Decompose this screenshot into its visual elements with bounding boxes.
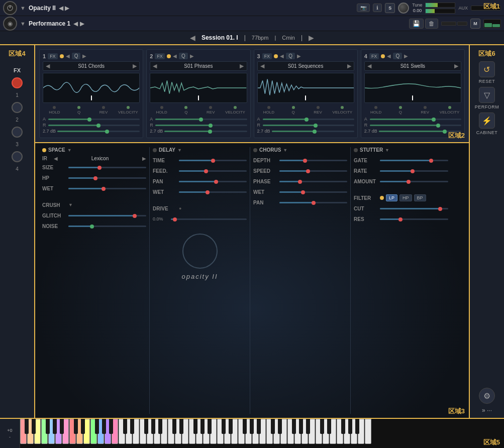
strip3-dot[interactable] (274, 54, 278, 58)
strip1-hold-dot[interactable] (53, 106, 56, 109)
ir-prev[interactable]: ◀ (54, 156, 58, 161)
cut-slider[interactable] (380, 208, 448, 209)
black-key[interactable] (172, 419, 176, 434)
strip3-fx[interactable]: FX (262, 53, 272, 59)
s-button[interactable]: S (385, 3, 395, 13)
strip1-next[interactable]: ▶ (82, 53, 86, 59)
strip1-vel-dot[interactable] (127, 106, 130, 109)
strip3-hold-dot[interactable] (267, 106, 270, 109)
delete-btn[interactable]: 🗑 (425, 19, 438, 29)
strip1-rev-dot[interactable] (102, 106, 105, 109)
wet-delay-slider[interactable] (179, 191, 247, 193)
save-btn[interactable]: 💾 (409, 19, 424, 29)
reset-icon[interactable]: ↺ (479, 61, 495, 77)
black-key[interactable] (74, 419, 78, 434)
black-key[interactable] (95, 419, 99, 434)
strip1-q-dot[interactable] (77, 106, 80, 109)
speed-slider[interactable] (279, 170, 347, 172)
strip2-dot[interactable] (167, 54, 171, 58)
strip2-hold-dot[interactable] (160, 106, 163, 109)
strip1-prev-patch[interactable]: ◀ (46, 63, 50, 69)
black-key[interactable] (151, 419, 155, 434)
strip3-next[interactable]: ▶ (297, 53, 301, 59)
strip1-patch-selector[interactable]: ◀ S01 Chords ▶ (43, 61, 140, 71)
black-key[interactable] (299, 419, 303, 434)
strip4-next[interactable]: ▶ (404, 53, 408, 59)
black-key[interactable] (109, 419, 113, 434)
stutter-dropdown-arrow[interactable]: ▼ (385, 148, 389, 153)
expand-arrows[interactable]: » ··· (482, 407, 492, 414)
strip3-a-track[interactable] (263, 119, 354, 120)
nav-arrows-perf[interactable]: ◀ ▶ (73, 20, 84, 27)
black-key[interactable] (46, 419, 50, 434)
depth-slider[interactable] (279, 160, 347, 161)
pan-chorus-slider[interactable] (279, 202, 347, 203)
fx-dot-2[interactable] (12, 102, 23, 113)
black-key[interactable] (32, 419, 36, 434)
black-key[interactable] (250, 419, 254, 434)
cabinet-icon[interactable]: ⚡ (479, 113, 495, 129)
strip1-prev[interactable]: ◀ (66, 53, 70, 59)
session-next[interactable]: ▶ (309, 34, 314, 42)
strip4-prev[interactable]: ◀ (387, 53, 391, 59)
black-key[interactable] (53, 419, 57, 434)
strip1-next-patch[interactable]: ▶ (133, 63, 137, 69)
lp-btn[interactable]: LP (386, 194, 397, 201)
black-key[interactable] (229, 419, 233, 434)
strip4-fx[interactable]: FX (369, 53, 379, 59)
drive-slider[interactable] (171, 218, 247, 220)
piano-keys[interactable] (20, 419, 504, 448)
strip4-hold-dot[interactable] (374, 106, 377, 109)
phase-slider[interactable] (279, 181, 347, 182)
wet-space-slider[interactable] (68, 188, 146, 189)
strip2-next[interactable]: ▶ (190, 53, 194, 59)
black-key[interactable] (208, 419, 212, 434)
black-key[interactable] (130, 419, 134, 434)
strip3-q[interactable]: Q (286, 53, 295, 59)
session-prev[interactable]: ◀ (190, 34, 195, 42)
black-key[interactable] (243, 419, 247, 434)
black-key[interactable] (102, 419, 106, 434)
strip4-q-dot[interactable] (399, 106, 402, 109)
strip2-vel-dot[interactable] (234, 106, 237, 109)
camera-btn[interactable]: 📷 (357, 4, 370, 12)
strip2-prev-patch[interactable]: ◀ (153, 63, 157, 69)
strip1-q[interactable]: Q (72, 53, 81, 59)
feed-slider[interactable] (179, 170, 247, 172)
hp-slider[interactable] (68, 177, 146, 179)
black-key[interactable] (341, 419, 345, 434)
black-key[interactable] (60, 419, 64, 434)
strip3-rev-dot[interactable] (317, 106, 320, 109)
delay-dropdown-arrow[interactable]: ▼ (177, 148, 182, 153)
strip1-db-track[interactable] (57, 131, 140, 132)
crush-arrow[interactable]: ▼ (68, 202, 73, 207)
strip3-vel-dot[interactable] (341, 106, 344, 109)
strip1-fx[interactable]: FX (48, 53, 58, 59)
strip4-a-track[interactable] (370, 119, 461, 120)
strip3-r-track[interactable] (263, 125, 354, 126)
strip3-prev-patch[interactable]: ◀ (260, 63, 264, 69)
black-key[interactable] (327, 419, 331, 434)
wet-chorus-slider[interactable] (279, 191, 347, 193)
minus-btn[interactable]: - (9, 434, 11, 439)
pan-delay-slider[interactable] (179, 181, 247, 182)
black-key[interactable] (278, 419, 282, 434)
strip4-next-patch[interactable]: ▶ (454, 63, 458, 69)
strip3-patch-selector[interactable]: ◀ S01 Sequences ▶ (257, 61, 354, 71)
strip3-q-dot[interactable] (292, 106, 295, 109)
strip2-next-patch[interactable]: ▶ (240, 63, 244, 69)
black-key[interactable] (306, 419, 310, 434)
strip4-q[interactable]: Q (393, 53, 402, 59)
perform-icon[interactable]: ▽ (479, 87, 495, 103)
chorus-dropdown-arrow[interactable]: ▼ (283, 148, 287, 153)
strip2-a-track[interactable] (155, 119, 247, 120)
reset-btn-group[interactable]: ↺ RESET (479, 61, 495, 84)
strip2-db-track[interactable] (164, 131, 247, 132)
black-key[interactable] (193, 419, 197, 434)
strip4-vel-dot[interactable] (448, 106, 451, 109)
black-key[interactable] (292, 419, 296, 434)
black-key[interactable] (158, 419, 162, 434)
gate-slider[interactable] (380, 160, 448, 161)
strip2-prev[interactable]: ◀ (173, 53, 177, 59)
fx-dot-1[interactable] (12, 77, 23, 88)
